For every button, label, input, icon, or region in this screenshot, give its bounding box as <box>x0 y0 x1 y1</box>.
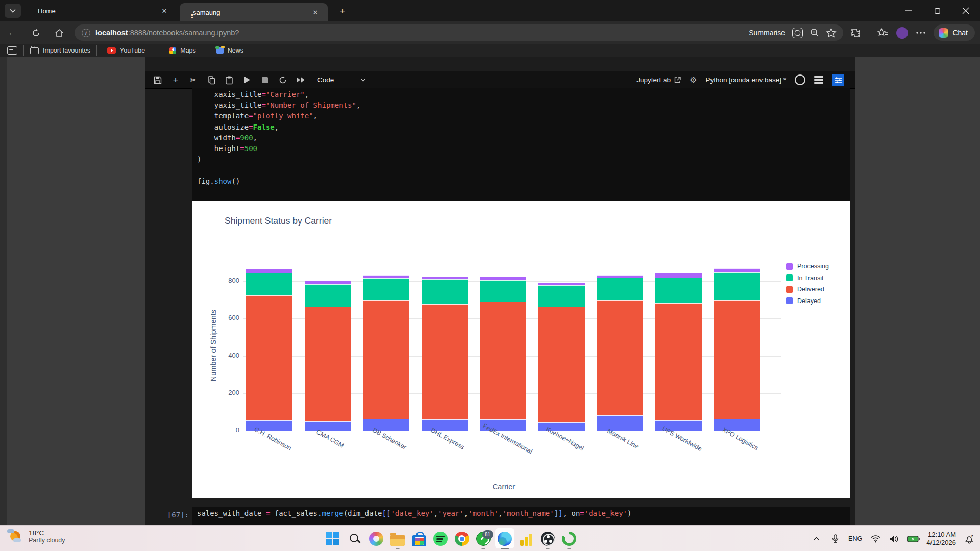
bar-segment-delayed[interactable] <box>363 419 409 431</box>
speaker-icon[interactable] <box>889 533 900 544</box>
microphone-icon[interactable] <box>829 533 841 544</box>
windows-start-taskbar-button[interactable] <box>323 527 344 550</box>
copilot-taskbar-button[interactable] <box>365 527 387 550</box>
code-editor[interactable]: xaxis_title="Carrier", yaxis_title="Numb… <box>192 88 850 187</box>
code-cell-bottom[interactable]: sales_with_date = fact_sales.merge(dim_d… <box>192 507 850 525</box>
bar-segment-in-transit[interactable] <box>538 285 585 307</box>
bar-segment-delivered[interactable] <box>422 304 468 420</box>
site-info-icon[interactable]: i <box>82 29 90 37</box>
favourite-star-icon[interactable] <box>826 28 836 37</box>
bar-segment-in-transit[interactable] <box>246 273 292 296</box>
whatsapp-taskbar-button[interactable]: 81 <box>473 527 494 550</box>
bar-UPS Worldwide[interactable] <box>655 273 702 431</box>
settings-panel-icon[interactable] <box>832 74 844 86</box>
bar-DB Schenker[interactable] <box>363 275 409 431</box>
clock[interactable]: 12:10 AM 4/12/2026 <box>926 531 956 547</box>
bar-CMA CGM[interactable] <box>305 281 351 431</box>
cut-cell-button[interactable]: ✂ <box>188 74 199 86</box>
spotify-taskbar-button[interactable] <box>430 527 451 550</box>
restart-kernel-button[interactable] <box>277 74 288 86</box>
restart-run-all-button[interactable] <box>295 74 306 86</box>
tab-search-button[interactable] <box>5 4 21 18</box>
power-bi-taskbar-button[interactable] <box>516 527 537 550</box>
bar-segment-processing[interactable] <box>714 268 760 272</box>
bar-segment-in-transit[interactable] <box>655 278 702 303</box>
bar-segment-delayed[interactable] <box>246 420 292 431</box>
minimize-button[interactable] <box>894 0 923 21</box>
bar-segment-delivered[interactable] <box>714 300 760 419</box>
add-cell-button[interactable]: + <box>170 74 181 86</box>
bar-segment-in-transit[interactable] <box>480 280 526 302</box>
legend-item-delayed[interactable]: Delayed <box>786 295 829 307</box>
tab-samaung[interactable]: samaung ✕ <box>180 3 328 21</box>
bar-segment-processing[interactable] <box>655 273 702 278</box>
profile-avatar[interactable] <box>896 27 908 39</box>
menu-icon[interactable] <box>814 76 823 84</box>
favourite-youtube[interactable]: YouTube <box>107 47 145 54</box>
gear-icon[interactable]: ⚙ <box>690 75 697 85</box>
copy-cell-button[interactable] <box>206 74 217 86</box>
chrome-taskbar-button[interactable] <box>451 527 473 550</box>
bar-segment-delivered[interactable] <box>655 303 702 420</box>
bar-segment-delayed[interactable] <box>305 421 351 431</box>
favourite-maps[interactable]: Maps <box>169 47 196 54</box>
jupyterlab-link[interactable]: JupyterLab <box>636 76 681 84</box>
wifi-icon[interactable] <box>870 533 881 544</box>
paste-cell-button[interactable] <box>224 74 235 86</box>
bar-segment-processing[interactable] <box>305 281 351 284</box>
edge-taskbar-button[interactable] <box>494 527 516 550</box>
page-scrollbar[interactable] <box>0 57 7 525</box>
tray-chevron-up-icon[interactable] <box>811 533 822 544</box>
legend-item-in-transit[interactable]: In Transit <box>786 272 829 284</box>
bar-XPO Logistics[interactable] <box>714 268 760 431</box>
bar-segment-delayed[interactable] <box>597 415 643 431</box>
bar-segment-in-transit[interactable] <box>714 272 760 300</box>
bar-DHL Express[interactable] <box>422 277 468 431</box>
close-icon[interactable]: ✕ <box>310 7 321 17</box>
run-cell-button[interactable] <box>241 74 253 86</box>
bar-segment-processing[interactable] <box>480 277 526 280</box>
summarise-button[interactable]: Summarise <box>749 29 785 37</box>
bar-segment-delivered[interactable] <box>597 300 643 415</box>
close-window-button[interactable] <box>951 0 980 21</box>
tab-home[interactable]: Home ✕ <box>24 0 177 21</box>
obs-studio-taskbar-button[interactable] <box>537 527 558 550</box>
weather-widget[interactable]: 18°C Partly cloudy <box>7 528 65 544</box>
bar-FedEx International[interactable] <box>480 277 526 431</box>
new-tab-button[interactable]: + <box>336 5 349 18</box>
bar-segment-in-transit[interactable] <box>305 284 351 307</box>
more-menu-icon[interactable] <box>916 32 925 34</box>
search-taskbar-button[interactable] <box>344 527 365 550</box>
bar-segment-processing[interactable] <box>246 269 292 272</box>
chat-button[interactable]: Chat <box>934 24 975 41</box>
cell-type-select[interactable]: Code <box>317 76 366 84</box>
green-ring-app-taskbar-button[interactable] <box>558 527 580 550</box>
favourite-news[interactable]: News <box>216 47 243 54</box>
bar-segment-delivered[interactable] <box>246 295 292 420</box>
kernel-name[interactable]: Python [conda env:base] * <box>705 76 786 84</box>
battery-icon[interactable] <box>908 533 919 544</box>
bar-Maersk Line[interactable] <box>597 275 643 431</box>
bar-segment-delivered[interactable] <box>363 300 409 419</box>
microsoft-store-taskbar-button[interactable] <box>408 527 430 550</box>
bar-segment-delivered[interactable] <box>538 307 585 422</box>
bar-segment-in-transit[interactable] <box>363 278 409 300</box>
url-field[interactable]: i localhost:8888/notebooks/samaung.ipynb… <box>75 24 843 41</box>
sidebar-toggle-icon[interactable] <box>7 46 17 55</box>
back-icon[interactable]: ← <box>6 27 18 39</box>
bar-segment-delayed[interactable] <box>422 419 468 431</box>
close-icon[interactable]: ✕ <box>159 6 169 16</box>
bar-C.H. Robinson[interactable] <box>246 269 292 431</box>
bar-segment-delivered[interactable] <box>305 307 351 421</box>
bar-segment-delayed[interactable] <box>714 419 760 431</box>
file-explorer-taskbar-button[interactable] <box>387 527 408 550</box>
interrupt-kernel-button[interactable] <box>259 74 271 86</box>
extensions-icon[interactable] <box>851 28 861 38</box>
bar-Kuehne+Nagel[interactable] <box>538 283 585 431</box>
bar-segment-in-transit[interactable] <box>422 279 468 304</box>
home-icon[interactable] <box>53 27 65 39</box>
favourites-list-icon[interactable] <box>877 28 888 37</box>
bar-segment-in-transit[interactable] <box>597 278 643 300</box>
bar-segment-delivered[interactable] <box>480 302 526 419</box>
import-favourites-button[interactable]: Import favourites <box>30 47 90 54</box>
